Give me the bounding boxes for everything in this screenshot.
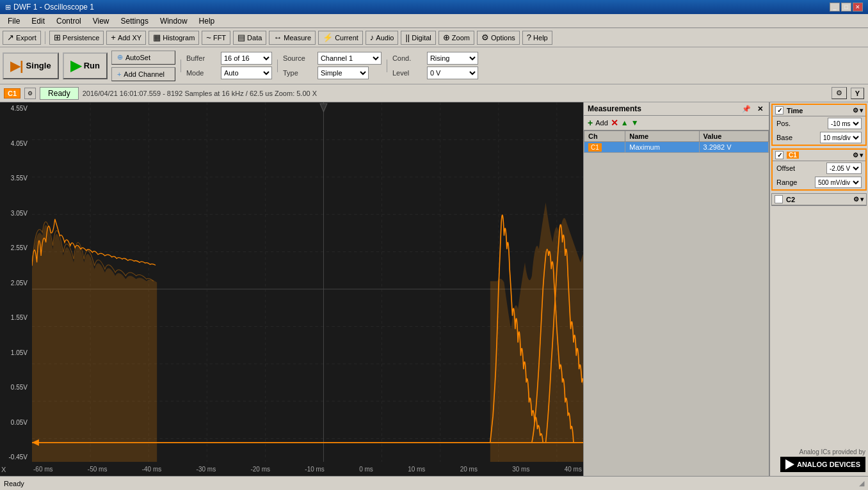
y-button[interactable]: Y: [851, 88, 864, 99]
persistence-icon: ⊞: [54, 33, 61, 42]
fft-button[interactable]: ~ FFT: [202, 31, 230, 45]
base-select[interactable]: 10 ms/div: [820, 132, 862, 143]
help-button[interactable]: ? Help: [522, 31, 552, 45]
options-button[interactable]: ⚙ Options: [477, 31, 520, 45]
move-up-icon[interactable]: ▲: [621, 118, 629, 127]
buffer-group: Buffer 16 of 16 Mode Auto: [186, 52, 272, 79]
x-label-9: 30 ms: [512, 466, 529, 473]
time-expand-icon[interactable]: ▾: [860, 107, 863, 114]
digital-label: Digital: [412, 34, 431, 42]
measurements-panel: Measurements 📌 ✕ + Add ✕ ▲ ▼ Ch Name Val…: [583, 102, 769, 476]
y-label-7: 1.05V: [1, 349, 28, 356]
y-label-1: 4.05V: [1, 140, 28, 147]
c2-settings-icon[interactable]: ⚙: [853, 196, 859, 203]
mode-label: Mode: [186, 69, 218, 77]
toolbar: ↗ Export ⊞ Persistence + Add XY ▦ Histog…: [0, 28, 868, 47]
y-label-4: 2.55V: [1, 244, 28, 251]
c1-settings-btn[interactable]: ⚙: [24, 88, 36, 99]
current-button[interactable]: ⚡ Current: [318, 31, 363, 45]
export-label: Export: [16, 34, 36, 42]
add-channel-button[interactable]: + Add Channel: [111, 67, 175, 81]
type-select[interactable]: Simple: [317, 67, 369, 79]
measure-button[interactable]: ↔ Measure: [269, 31, 316, 45]
buffer-select[interactable]: 16 of 16: [221, 52, 272, 65]
time-title: Time: [787, 107, 803, 115]
menu-settings[interactable]: Settings: [116, 15, 154, 27]
single-button[interactable]: ▶| Single: [3, 52, 59, 79]
add-measure-label: Add: [595, 119, 608, 127]
cond-select[interactable]: Rising: [427, 52, 478, 65]
audio-button[interactable]: ♪ Audio: [366, 31, 399, 45]
status-bar: Ready ◢: [0, 476, 868, 490]
y-label-9: 0.05V: [1, 419, 28, 426]
scope-options-btn[interactable]: ⚙: [832, 87, 847, 99]
del-measure-icon[interactable]: ✕: [611, 118, 618, 128]
menu-bar: File Edit Control View Settings Window H…: [0, 14, 868, 28]
main-content: 4.55V 4.05V 3.55V 3.05V 2.55V 2.05V 1.55…: [0, 102, 868, 476]
autoset-button[interactable]: ⊕ AutoSet: [111, 51, 175, 65]
window-controls[interactable]: _ □ ✕: [830, 3, 863, 12]
fft-label: FFT: [213, 34, 226, 42]
run-icon: ▶: [70, 58, 81, 74]
minimize-button[interactable]: _: [830, 3, 840, 12]
menu-window[interactable]: Window: [155, 15, 193, 27]
offset-select[interactable]: -2.05 V: [826, 162, 862, 174]
level-select[interactable]: 0 V: [427, 67, 478, 79]
c1-checkbox[interactable]: ✓: [775, 151, 784, 159]
menu-edit[interactable]: Edit: [26, 15, 50, 27]
status-badge: Ready: [40, 87, 79, 100]
c2-checkbox[interactable]: [775, 195, 783, 203]
audio-label: Audio: [376, 34, 394, 42]
maximize-button[interactable]: □: [841, 3, 851, 12]
addxy-label: Add XY: [118, 34, 141, 42]
export-icon: ↗: [7, 33, 14, 42]
c2-expand-icon[interactable]: ▾: [860, 196, 864, 203]
c1-settings-icon[interactable]: ⚙: [853, 152, 858, 159]
ctrl-sep-1: [181, 59, 181, 72]
measurements-close-btn[interactable]: ✕: [755, 105, 765, 113]
run-button[interactable]: ▶ Run: [63, 52, 108, 79]
mode-select[interactable]: Auto: [221, 67, 272, 79]
close-button[interactable]: ✕: [853, 3, 863, 12]
persistence-button[interactable]: ⊞ Persistence: [49, 31, 104, 45]
cond-label: Cond.: [392, 54, 424, 62]
move-down-icon[interactable]: ▼: [631, 118, 639, 127]
x-label-0: -60 ms: [32, 466, 53, 473]
x-axis-labels: -60 ms -50 ms -40 ms -30 ms -20 ms -10 m…: [32, 462, 583, 476]
x-label-4: -20 ms: [250, 466, 270, 473]
cond-group: Cond. Rising Level 0 V: [392, 52, 478, 79]
source-select[interactable]: Channel 1: [317, 52, 382, 65]
range-select[interactable]: 500 mV/div: [815, 177, 862, 188]
resize-corner[interactable]: ◢: [859, 479, 864, 487]
table-row[interactable]: C1 Maximum 3.2982 V: [584, 142, 769, 153]
c1-indicator: C1: [4, 88, 20, 99]
time-settings-icon[interactable]: ⚙: [853, 107, 858, 114]
help-icon: ?: [527, 33, 531, 42]
menu-view[interactable]: View: [88, 15, 115, 27]
histogram-button[interactable]: ▦ Histogram: [149, 31, 199, 45]
help-label: Help: [533, 34, 548, 42]
single-label: Single: [26, 61, 51, 70]
ad-triangle-icon: [785, 459, 794, 470]
pos-select[interactable]: -10 ms: [828, 118, 862, 129]
c1-expand-icon[interactable]: ▾: [860, 152, 863, 159]
menu-help[interactable]: Help: [194, 15, 220, 27]
measurements-pin-btn[interactable]: 📌: [740, 105, 753, 113]
zoom-button[interactable]: ⊕ Zoom: [438, 31, 474, 45]
export-button[interactable]: ↗ Export: [3, 31, 41, 45]
digital-icon: ||: [405, 33, 410, 42]
ad-logo-text: Analog ICs provided by: [773, 448, 865, 455]
meas-value: 3.2982 V: [699, 142, 768, 153]
measurements-header: Measurements 📌 ✕: [584, 102, 769, 116]
digital-button[interactable]: || Digital: [401, 31, 435, 45]
data-button[interactable]: ▤ Data: [233, 31, 266, 45]
menu-control[interactable]: Control: [51, 15, 86, 27]
col-ch: Ch: [584, 131, 625, 142]
run-label: Run: [84, 61, 100, 70]
base-label: Base: [776, 134, 792, 141]
menu-file[interactable]: File: [3, 15, 25, 27]
add-xy-button[interactable]: + Add XY: [106, 31, 146, 45]
x-label-10: 40 ms: [565, 466, 583, 473]
y-label-6: 1.55V: [1, 314, 28, 321]
time-checkbox[interactable]: ✓: [775, 106, 784, 115]
